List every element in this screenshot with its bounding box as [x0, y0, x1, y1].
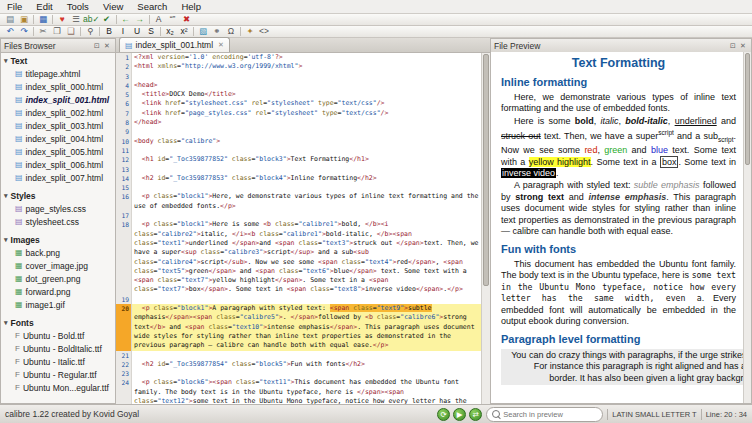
line-code[interactable]: <p class="block1">A paragraph with style… [132, 304, 482, 350]
new-file-icon[interactable]: ▤ [3, 14, 17, 25]
editor-line-5[interactable]: 5 <title>DOCX Demo</title> [116, 90, 482, 99]
menu-edit[interactable]: Edit [29, 0, 59, 14]
insert-link-icon[interactable]: ⚭ [210, 26, 224, 37]
close-icon[interactable]: ✕ [738, 42, 748, 50]
file-item-forward.png[interactable]: ▦forward.png [1, 285, 115, 298]
file-item-page_styles.css[interactable]: ▤page_styles.css [1, 202, 115, 215]
tab-close-icon[interactable]: ✕ [218, 41, 224, 49]
editor-line-12[interactable]: 12 <h1 id="_Toc359877852" class="block3"… [116, 155, 482, 164]
close-icon[interactable]: ✕ [102, 42, 112, 50]
menu-help[interactable]: Help [174, 0, 208, 14]
file-item-index_split_002.html[interactable]: ▤index_split_002.html [1, 106, 115, 119]
paste-icon[interactable]: ❑ [64, 26, 78, 37]
files-section-header-styles[interactable]: ▾Styles [1, 189, 115, 202]
editor-line-21[interactable]: 21 [116, 351, 482, 360]
remove-unused-icon[interactable]: ✖ [180, 14, 194, 25]
editor-scrollbar[interactable] [481, 53, 490, 404]
menu-search[interactable]: Search [130, 0, 174, 14]
files-section-header-images[interactable]: ▾Images [1, 233, 115, 246]
line-code[interactable]: </head> [132, 118, 482, 127]
save-icon[interactable]: ▦ [36, 14, 50, 25]
line-code[interactable] [132, 127, 482, 136]
line-code[interactable]: <p class="block6"><span class="text11">T… [132, 378, 482, 404]
editor-redo-icon[interactable]: ↷ [17, 26, 31, 37]
file-item-titlepage.xhtml[interactable]: ▤titlepage.xhtml [1, 67, 115, 80]
file-item-dot_green.png[interactable]: ▦dot_green.png [1, 272, 115, 285]
open-book-icon[interactable]: ▣ [17, 14, 31, 25]
editor-line-18[interactable]: 18 <p class="block1">Here is some <b cla… [116, 220, 482, 294]
editor-line-23[interactable]: 23 [116, 369, 482, 378]
check-book-icon[interactable]: ✔ [100, 14, 114, 25]
line-code[interactable] [132, 211, 482, 220]
line-code[interactable] [132, 295, 482, 304]
editor-line-2[interactable]: 2<html xmlns="http://www.w3.org/1999/xht… [116, 62, 482, 71]
editor-line-3[interactable]: 3 [116, 72, 482, 81]
preview-scrollbar-thumb[interactable] [745, 53, 750, 165]
file-item-cover_image.jpg[interactable]: ▦cover_image.jpg [1, 259, 115, 272]
tab-index-split-001[interactable]: ▤ index_split_001.html ✕ [119, 37, 230, 52]
preview-search-input[interactable] [503, 410, 597, 419]
file-item-index_split_007.html[interactable]: ▤index_split_007.html [1, 171, 115, 184]
editor-line-11[interactable]: 11 [116, 146, 482, 155]
editor-line-8[interactable]: 8</head> [116, 118, 482, 127]
menu-tools[interactable]: Tools [60, 0, 96, 14]
file-item-stylesheet.css[interactable]: ▤stylesheet.css [1, 215, 115, 228]
preview-sync-icon[interactable]: ⇄ [469, 408, 482, 421]
editor-line-4[interactable]: 4<head> [116, 81, 482, 90]
file-item-Ubuntu - Italic.ttf[interactable]: FUbuntu - Italic.ttf [1, 355, 115, 368]
special-char-icon[interactable]: Ω [224, 26, 238, 37]
file-item-index_split_006.html[interactable]: ▤index_split_006.html [1, 158, 115, 171]
editor-line-7[interactable]: 7 <link href="page_styles.css" rel="styl… [116, 109, 482, 118]
editor-line-14[interactable]: 14 <h2 id="_Toc359877853" class="block4"… [116, 174, 482, 183]
line-code[interactable]: <p class="block1">Here, we demonstrate v… [132, 192, 482, 211]
editor-line-9[interactable]: 9 [116, 127, 482, 136]
code-view-icon[interactable]: <> [257, 26, 271, 37]
editor-line-1[interactable]: 1<?xml version='1.0' encoding='utf-8'?> [116, 53, 482, 62]
insert-image-icon[interactable]: ▧ [196, 26, 210, 37]
italic-icon[interactable]: I [116, 26, 130, 37]
files-section-header-fonts[interactable]: ▾Fonts [1, 316, 115, 329]
line-code[interactable]: <h2 id="_Toc359877853" class="block4">In… [132, 174, 482, 183]
line-code[interactable]: <body class="calibre"> [132, 137, 482, 146]
line-code[interactable]: <title>DOCX Demo</title> [132, 90, 482, 99]
smarten-punctuation-icon[interactable]: “” [166, 14, 180, 25]
menu-view[interactable]: View [96, 0, 130, 14]
editor-line-17[interactable]: 17 [116, 211, 482, 220]
copy-icon[interactable]: ❐ [50, 26, 64, 37]
beautify-icon[interactable]: ✦ [243, 26, 257, 37]
editor-scrollbar-thumb[interactable] [483, 54, 489, 286]
line-code[interactable]: <link href="page_styles.css" rel="styles… [132, 109, 482, 118]
file-item-Ubuntu Mon...egular.ttf[interactable]: FUbuntu Mon...egular.ttf [1, 381, 115, 394]
files-section-header-text[interactable]: ▾Text [1, 54, 115, 67]
spellcheck-icon[interactable]: ab✓ [83, 14, 100, 25]
line-code[interactable]: <link href="stylesheet.css" rel="stylesh… [132, 99, 482, 108]
line-code[interactable] [132, 72, 482, 81]
editor-line-20[interactable]: 20 <p class="block1">A paragraph with st… [116, 304, 482, 350]
subscript-icon[interactable]: x₂ [163, 26, 177, 37]
cut-icon[interactable]: ✂ [36, 26, 50, 37]
preview-run-icon[interactable]: ▶ [453, 408, 466, 421]
go-back-icon[interactable]: ← [119, 14, 133, 25]
file-item-image1.gif[interactable]: ▦image1.gif [1, 298, 115, 311]
float-icon[interactable]: ⊡ [92, 42, 102, 50]
file-item-index_split_005.html[interactable]: ▤index_split_005.html [1, 145, 115, 158]
file-item-index_split_004.html[interactable]: ▤index_split_004.html [1, 132, 115, 145]
file-item-Ubuntu - Regular.ttf[interactable]: FUbuntu - Regular.ttf [1, 368, 115, 381]
editor-line-6[interactable]: 6 <link href="stylesheet.css" rel="style… [116, 99, 482, 108]
float-icon[interactable]: ⊡ [728, 42, 738, 50]
editor-line-19[interactable]: 19 [116, 295, 482, 304]
line-code[interactable] [132, 165, 482, 174]
line-code[interactable]: <h2 id="_Toc359877854" class="block5">Fu… [132, 360, 482, 369]
file-item-index_split_000.html[interactable]: ▤index_split_000.html [1, 80, 115, 93]
editor-line-22[interactable]: 22 <h2 id="_Toc359877854" class="block5"… [116, 360, 482, 369]
menu-file[interactable]: File [0, 0, 29, 14]
donate-icon[interactable]: ♥ [55, 14, 69, 25]
manage-fonts-icon[interactable]: A [152, 14, 166, 25]
line-code[interactable]: <?xml version='1.0' encoding='utf-8'?> [132, 53, 482, 62]
editor-line-24[interactable]: 24 <p class="block6"><span class="text11… [116, 378, 482, 404]
file-item-Ubuntu - Bold.ttf[interactable]: FUbuntu - Bold.ttf [1, 329, 115, 342]
line-code[interactable] [132, 146, 482, 155]
strikethrough-icon[interactable]: S [144, 26, 158, 37]
line-code[interactable] [132, 369, 482, 378]
editor-line-15[interactable]: 15 [116, 183, 482, 192]
